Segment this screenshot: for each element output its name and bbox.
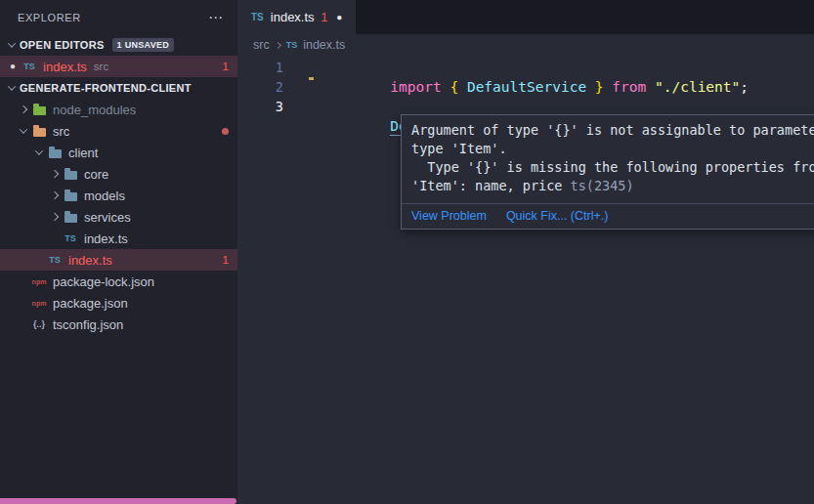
- tree-item-label: core: [84, 167, 108, 182]
- breadcrumb: src TS index.ts: [237, 34, 814, 56]
- hover-message-line: Type '{}' is missing the following prope…: [411, 158, 814, 177]
- vscode-window: EXPLORER ⋯ OPEN EDITORS 1 UNSAVED ● TS i…: [0, 0, 814, 504]
- tree-item-src[interactable]: src: [0, 120, 237, 142]
- folder-icon: [63, 166, 78, 182]
- hover-action-bar: View Problem Quick Fix... (Ctrl+.): [402, 203, 814, 229]
- tree-item-label: src: [53, 124, 69, 139]
- ts-file-icon: TS: [64, 233, 76, 243]
- chevron-right-icon: [275, 41, 281, 48]
- error-dot-icon: [222, 128, 229, 135]
- line-number: 3: [237, 97, 283, 116]
- tree-item-label: client: [68, 146, 98, 160]
- open-editors-label: OPEN EDITORS: [20, 39, 105, 51]
- editor-group: TS index.ts 1 ● src TS index.ts 1 import…: [237, 0, 814, 504]
- tree-item-models[interactable]: models: [0, 185, 237, 206]
- unsaved-count-badge: 1 UNSAVED: [112, 38, 175, 52]
- string-token: "./client": [646, 79, 740, 95]
- chevron-right-icon: [47, 192, 63, 198]
- line-number: 1: [237, 58, 283, 77]
- folder-icon: [47, 145, 63, 160]
- line-number: 2: [237, 77, 283, 97]
- brace-token: }: [586, 79, 612, 95]
- tree-item-client[interactable]: client: [0, 142, 237, 163]
- error-count-badge: 1: [223, 61, 229, 72]
- open-editor-item-index-ts[interactable]: ● TS index.ts src 1: [0, 56, 237, 77]
- folder-icon: [63, 209, 78, 225]
- ts-file-icon: TS: [286, 40, 298, 50]
- tree-item-label: node_modules: [53, 103, 136, 117]
- quick-fix-link[interactable]: Quick Fix... (Ctrl+.): [506, 209, 609, 223]
- tree-item-label: index.ts: [68, 253, 112, 268]
- folder-icon: [63, 188, 78, 203]
- chevron-down-icon: [31, 149, 47, 155]
- tree-item-label: package-lock.json: [53, 274, 154, 289]
- breadcrumb-item-index-ts[interactable]: index.ts: [303, 38, 345, 52]
- chevron-right-icon: [16, 106, 31, 112]
- keyword-token: from: [612, 79, 646, 95]
- ts-file-icon: TS: [23, 62, 35, 71]
- chevron-right-icon: [47, 214, 63, 220]
- error-count-badge: 1: [223, 254, 229, 266]
- tab-index-ts[interactable]: TS index.ts 1 ●: [237, 0, 356, 34]
- code-editor[interactable]: 1 import { DefaultService } from "./clie…: [237, 56, 814, 116]
- tree-item-package-lock-json[interactable]: npm package-lock.json: [0, 271, 237, 292]
- ts-file-icon: TS: [251, 12, 264, 22]
- workspace-name: GENERATE-FRONTEND-CLIENT: [20, 82, 192, 94]
- hover-message-text: 'Item': name, price: [411, 178, 571, 193]
- tab-bar: TS index.ts 1 ●: [237, 0, 814, 34]
- tree-item-node-modules[interactable]: node_modules: [0, 99, 237, 120]
- hover-message-line: 'Item': name, price ts(2345): [411, 177, 814, 195]
- explorer-header: EXPLORER ⋯: [0, 0, 237, 34]
- error-code: ts(2345): [571, 178, 634, 193]
- tree-item-index-ts-src[interactable]: TS index.ts 1: [0, 249, 237, 271]
- hover-message-line: Argument of type '{}' is not assignable …: [411, 121, 814, 140]
- tree-item-label: index.ts: [84, 231, 128, 246]
- hover-message-line: type 'Item'.: [411, 140, 814, 158]
- npm-icon: npm: [32, 300, 47, 307]
- tree-item-label: models: [84, 189, 125, 203]
- json-braces-icon: {..}: [33, 319, 45, 329]
- error-hover-tooltip: Argument of type '{}' is not assignable …: [401, 114, 814, 230]
- chevron-down-icon: [16, 128, 31, 134]
- workspace-section-header[interactable]: GENERATE-FRONTEND-CLIENT: [0, 77, 237, 99]
- tree-item-label: tsconfig.json: [53, 317, 123, 332]
- file-name: index.ts: [43, 60, 87, 74]
- open-editors-section-header[interactable]: OPEN EDITORS 1 UNSAVED: [0, 34, 237, 56]
- code-line-3: 3 DefaultService.createItemItemPost({}): [237, 97, 814, 116]
- node-modules-folder-icon: [31, 102, 47, 117]
- tree-item-label: package.json: [53, 296, 128, 311]
- tree-item-index-ts-client[interactable]: TS index.ts: [0, 228, 237, 249]
- chevron-right-icon: [47, 171, 63, 177]
- folder-icon: [31, 123, 47, 139]
- tree-item-tsconfig-json[interactable]: {..} tsconfig.json: [0, 314, 237, 335]
- file-tree: node_modules src client core mo: [0, 99, 237, 335]
- brace-token: {: [442, 79, 467, 95]
- view-problem-link[interactable]: View Problem: [411, 209, 487, 223]
- tree-item-core[interactable]: core: [0, 163, 237, 185]
- identifier-token: DefaultService: [467, 79, 586, 95]
- ts-file-icon: TS: [49, 255, 61, 265]
- tab-modified-dot-icon[interactable]: ●: [336, 12, 342, 22]
- tab-error-count: 1: [321, 11, 328, 24]
- keyword-token: import: [390, 79, 441, 95]
- chevron-down-icon: [4, 85, 20, 91]
- hover-message: Argument of type '{}' is not assignable …: [402, 115, 814, 203]
- tree-item-label: services: [84, 210, 131, 225]
- npm-icon: npm: [32, 278, 47, 285]
- more-actions-icon[interactable]: ⋯: [208, 9, 224, 26]
- chevron-down-icon: [4, 42, 20, 48]
- tree-item-services[interactable]: services: [0, 206, 237, 228]
- breadcrumb-item-src[interactable]: src: [253, 38, 270, 52]
- tab-title: index.ts: [271, 10, 315, 24]
- explorer-title: EXPLORER: [18, 12, 81, 23]
- status-accent-bar: [0, 498, 236, 504]
- file-description: src: [94, 61, 108, 72]
- tree-item-package-json[interactable]: npm package.json: [0, 292, 237, 314]
- explorer-panel: EXPLORER ⋯ OPEN EDITORS 1 UNSAVED ● TS i…: [0, 0, 237, 504]
- code-line-1: 1 import { DefaultService } from "./clie…: [237, 58, 814, 77]
- semicolon-token: ;: [740, 79, 749, 95]
- modified-dot-icon: ●: [10, 62, 16, 71]
